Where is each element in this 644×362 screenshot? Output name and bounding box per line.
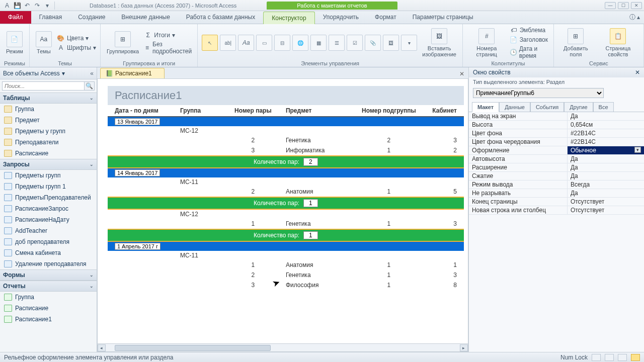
property-row[interactable]: СжатиеДа xyxy=(469,172,644,180)
view-report-icon[interactable] xyxy=(592,354,601,361)
property-row[interactable]: ОформлениеОбычное▾ xyxy=(469,146,644,155)
props-tab[interactable]: Все xyxy=(593,102,614,112)
themes-button[interactable]: AaТемы xyxy=(34,30,54,55)
nav-search-input[interactable] xyxy=(2,81,85,90)
group-footer[interactable]: Количество пар:2 xyxy=(108,155,464,168)
tab-arrange[interactable]: Упорядочить xyxy=(315,11,367,24)
nav-item[interactable]: Предметы групп xyxy=(0,170,97,181)
add-fields-button[interactable]: ⊞Добавить поля xyxy=(558,27,594,58)
nav-collapse-icon[interactable]: « xyxy=(90,70,94,77)
logo-button[interactable]: 🏷Эмблема xyxy=(510,26,549,34)
date-group-header[interactable]: 14 Январь 2017 xyxy=(108,168,464,177)
nav-category[interactable]: Формы⌄ xyxy=(0,269,97,281)
props-tab[interactable]: Макет xyxy=(472,102,499,112)
nav-item[interactable]: РасписаниеНаДату xyxy=(0,214,97,225)
tab-page-setup[interactable]: Параметры страницы xyxy=(405,11,481,24)
tab-design[interactable]: Конструктор xyxy=(263,12,314,24)
view-design-icon[interactable] xyxy=(631,354,640,361)
nav-item[interactable]: Смена кабинета xyxy=(0,247,97,258)
date-group-header[interactable]: 1 Апрель 2017 г xyxy=(108,242,464,251)
undo-icon[interactable]: ↶ xyxy=(23,2,31,10)
title-button[interactable]: 📄Заголовок xyxy=(510,36,549,44)
tab-create[interactable]: Создание xyxy=(70,11,113,24)
props-selector[interactable]: ПримечаниеГруппы6 xyxy=(473,88,604,98)
nav-item[interactable]: ПредметыПреподавателей xyxy=(0,192,97,203)
nav-item[interactable]: Предмет xyxy=(0,115,97,126)
attach-icon: 📎 xyxy=(365,35,381,51)
save-icon[interactable]: 💾 xyxy=(13,2,21,10)
property-sheet-button[interactable]: 📋Страница свойств xyxy=(597,27,639,58)
property-row[interactable]: Режим выводаВсегда xyxy=(469,180,644,189)
property-row[interactable]: Новая строка или столбецОтсутствует xyxy=(469,206,644,215)
property-row[interactable]: Вывод на экранДа xyxy=(469,112,644,121)
nav-item[interactable]: AddTeacher xyxy=(0,225,97,236)
date-group-header[interactable]: 13 Январь 2017 xyxy=(108,117,464,126)
report-title: Расписание1 xyxy=(115,89,457,102)
tab-home[interactable]: Главная xyxy=(31,11,70,24)
data-row: 2Генетика23 xyxy=(108,135,464,145)
tab-file[interactable]: Файл xyxy=(0,11,31,24)
fonts-button[interactable]: AШрифты ▾ xyxy=(57,44,96,52)
doc-close-icon[interactable]: ✕ xyxy=(457,69,466,78)
property-row[interactable]: АвтовысотаДа xyxy=(469,155,644,163)
nav-item[interactable]: Преподаватели xyxy=(0,137,97,148)
nav-item[interactable]: доб преподавателя xyxy=(0,236,97,247)
nav-header[interactable]: Все объекты Access▾ « xyxy=(0,67,97,79)
redo-icon[interactable]: ↷ xyxy=(33,2,41,10)
props-close-icon[interactable]: ✕ xyxy=(635,69,640,76)
props-tab[interactable]: Данные xyxy=(499,102,530,112)
qat-more-icon[interactable]: ▾ xyxy=(43,2,51,10)
props-tab[interactable]: События xyxy=(530,102,564,112)
search-icon[interactable]: 🔍 xyxy=(85,81,95,90)
group-footer[interactable]: Количество пар:1 xyxy=(108,197,464,210)
tbl-icon xyxy=(4,106,12,113)
property-row[interactable]: Высота0,654см xyxy=(469,121,644,129)
nav-category[interactable]: Отчеты⌄ xyxy=(0,281,97,292)
qry-icon xyxy=(4,172,12,179)
doc-tab[interactable]: 📗 Расписание1 xyxy=(100,68,165,78)
controls-gallery[interactable]: ↖ ab| Aa ▭ ⊟ 🌐 ▦ ☰ ☑ 📎 🖼 ▾ xyxy=(202,35,417,51)
insert-image-button[interactable]: 🖼Вставить изображение xyxy=(420,27,458,58)
nav-item[interactable]: Удаление преподавателя xyxy=(0,258,97,269)
nav-item[interactable]: РасписаниеЗапрос xyxy=(0,203,97,214)
nav-category[interactable]: Запросы⌄ xyxy=(0,159,97,170)
totals-button[interactable]: ΣИтоги ▾ xyxy=(144,31,193,39)
view-layout-icon[interactable] xyxy=(618,354,627,361)
view-button[interactable]: 📄Режим xyxy=(4,30,25,55)
numlock-indicator: Num Lock xyxy=(560,354,588,361)
property-row[interactable]: Конец страницыОтсутствует xyxy=(469,198,644,206)
view-print-icon[interactable] xyxy=(605,354,614,361)
ribbon: 📄Режим Режимы AaТемы 🎨Цвета ▾ AШрифты ▾ … xyxy=(0,24,644,67)
nav-item[interactable]: Расписание1 xyxy=(0,314,97,325)
nav-category[interactable]: Таблицы⌄ xyxy=(0,93,97,104)
property-row[interactable]: Не разрыватьДа xyxy=(469,189,644,198)
colors-button[interactable]: 🎨Цвета ▾ xyxy=(57,34,96,42)
report-canvas[interactable]: Расписание1Дата - по днямГруппаНомер пар… xyxy=(97,78,468,352)
grouping-button[interactable]: ⊞Группировка xyxy=(105,30,141,55)
tab-external[interactable]: Внешние данные xyxy=(113,11,178,24)
close-button[interactable]: ✕ xyxy=(631,2,642,9)
props-tab[interactable]: Другие xyxy=(564,102,593,112)
page-numbers-button[interactable]: #Номера страниц xyxy=(467,27,507,58)
minimize-button[interactable]: — xyxy=(605,2,616,9)
nav-item[interactable]: Расписание xyxy=(0,148,97,159)
ribbon-help-icon[interactable]: ⓘ ▴ xyxy=(625,11,644,24)
nav-item[interactable]: Расписание xyxy=(0,303,97,314)
property-row[interactable]: Цвет фона чередования#22B14C xyxy=(469,138,644,146)
property-row[interactable]: Цвет фона#22B14C xyxy=(469,129,644,138)
tbl-icon xyxy=(4,128,12,135)
horizontal-scrollbar[interactable]: ◂▸ xyxy=(98,343,468,351)
tab-database[interactable]: Работа с базами данных xyxy=(178,11,263,24)
hide-details-button[interactable]: ≡Без подробностей xyxy=(144,41,193,55)
nav-item[interactable]: Группа xyxy=(0,104,97,115)
nav-item[interactable]: Предметы у групп xyxy=(0,126,97,137)
nav-item[interactable]: Группа xyxy=(0,292,97,303)
property-row[interactable]: РасширениеДа xyxy=(469,163,644,172)
qry-icon xyxy=(4,216,12,223)
qry-icon xyxy=(4,194,12,201)
datetime-button[interactable]: 🕒Дата и время xyxy=(510,45,549,59)
tab-format[interactable]: Формат xyxy=(367,11,405,24)
maximize-button[interactable]: ☐ xyxy=(618,2,629,9)
nav-item[interactable]: Предметы групп 1 xyxy=(0,181,97,192)
group-footer[interactable]: Количество пар:1 xyxy=(108,229,464,242)
